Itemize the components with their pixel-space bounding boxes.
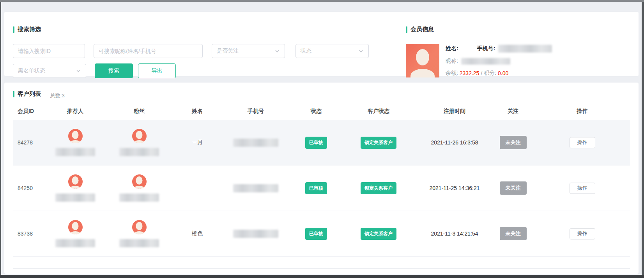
referrer-name-redacted bbox=[55, 194, 95, 202]
fan-cell bbox=[103, 129, 176, 156]
member-balance-label: 余额: bbox=[446, 70, 458, 77]
fan-avatar-icon bbox=[132, 174, 147, 189]
table-footer-divider bbox=[13, 268, 630, 269]
page-background: 搜索筛选 是否关注 状态 黑名单状态 bbox=[1, 2, 642, 275]
phone-cell bbox=[219, 139, 293, 147]
phone-redacted bbox=[233, 184, 278, 192]
col-name: 姓名 bbox=[176, 108, 219, 115]
customer-status-badge: 锁定关系客户 bbox=[361, 182, 396, 194]
search-button[interactable]: 搜索 bbox=[95, 63, 133, 78]
col-member-id: 会员ID bbox=[13, 108, 48, 115]
member-info-header: 会员信息 bbox=[406, 26, 631, 33]
follow-badge: 未关注 bbox=[500, 181, 527, 195]
section-accent-bar bbox=[13, 26, 14, 33]
member-nickname-redacted bbox=[461, 58, 510, 65]
export-button[interactable]: 导出 bbox=[138, 63, 176, 78]
col-phone: 手机号 bbox=[219, 108, 293, 115]
register-time: 2021-11-3 14:21:54 bbox=[431, 230, 478, 237]
register-time: 2021-11-25 14:36:21 bbox=[430, 185, 480, 191]
status-badge: 已审核 bbox=[305, 137, 327, 149]
search-id-input[interactable] bbox=[13, 44, 85, 58]
member-points-label: 积分: bbox=[484, 70, 496, 77]
customer-list-title: 客户列表 bbox=[18, 90, 41, 98]
chevron-down-icon bbox=[358, 48, 364, 54]
member-points-value: 0.00 bbox=[498, 70, 508, 76]
row-action-button[interactable]: 操作 bbox=[570, 228, 595, 239]
row-action-button[interactable]: 操作 bbox=[570, 137, 595, 148]
referrer-avatar-icon bbox=[68, 220, 83, 234]
phone-cell bbox=[219, 230, 293, 238]
fan-cell bbox=[103, 174, 176, 202]
blacklist-select-placeholder: 黑名单状态 bbox=[18, 67, 45, 74]
col-customer-status: 客户状态 bbox=[340, 108, 418, 115]
col-fan: 粉丝 bbox=[103, 108, 176, 115]
status-badge: 已审核 bbox=[305, 228, 327, 240]
section-accent-bar bbox=[13, 91, 14, 97]
referrer-name-redacted bbox=[55, 148, 95, 156]
avatar-person-icon bbox=[416, 49, 429, 65]
filter-title: 搜索筛选 bbox=[18, 26, 41, 33]
follow-select[interactable]: 是否关注 bbox=[212, 44, 285, 58]
phone-cell bbox=[219, 184, 293, 192]
col-follow: 关注 bbox=[492, 108, 534, 115]
table-row: 84278 一月 已审核 锁定关系客户 2021-11-26 16:3:58 未… bbox=[13, 120, 630, 165]
panel-divider bbox=[397, 17, 397, 72]
search-filter-section: 搜索筛选 是否关注 状态 黑名单状态 bbox=[13, 26, 381, 84]
customer-list-header: 客户列表 总数:3 bbox=[13, 90, 65, 99]
customer-name: 一月 bbox=[176, 139, 219, 146]
chevron-down-icon bbox=[76, 68, 81, 74]
member-phone-label: 手机号: bbox=[477, 45, 495, 52]
customer-status-badge: 锁定关系客户 bbox=[361, 137, 396, 149]
top-panel: 搜索筛选 是否关注 状态 黑名单状态 bbox=[4, 12, 639, 76]
keyword-search-input[interactable] bbox=[94, 44, 203, 58]
follow-select-placeholder: 是否关注 bbox=[217, 48, 239, 55]
fan-cell bbox=[103, 220, 176, 247]
chevron-down-icon bbox=[274, 48, 280, 54]
fan-name-redacted bbox=[119, 194, 159, 202]
status-badge: 已审核 bbox=[305, 182, 327, 194]
table-row: 84250 已审核 锁定关系客户 2021-11-25 14:36:21 未关注… bbox=[13, 165, 630, 211]
referrer-cell bbox=[48, 220, 103, 247]
table-header-row: 会员ID 推荐人 粉丝 姓名 手机号 状态 客户状态 注册时间 关注 操作 bbox=[13, 103, 630, 120]
status-select[interactable]: 状态 bbox=[295, 44, 369, 58]
table-row: 83738 橙色 已审核 锁定关系客户 2021-11-3 14:21:54 未… bbox=[13, 211, 630, 257]
follow-badge: 未关注 bbox=[500, 227, 527, 240]
status-select-placeholder: 状态 bbox=[301, 48, 311, 55]
phone-redacted bbox=[233, 230, 278, 238]
col-action: 操作 bbox=[534, 108, 630, 115]
member-avatar bbox=[406, 44, 439, 77]
col-status: 状态 bbox=[293, 108, 340, 115]
col-referrer: 推荐人 bbox=[48, 108, 103, 115]
member-phone-redacted bbox=[498, 45, 552, 53]
total-count: 总数:3 bbox=[50, 92, 65, 99]
member-info-section: 会员信息 姓名: 手机号: 昵称: bbox=[406, 26, 631, 82]
member-id: 84250 bbox=[13, 185, 48, 191]
filter-section-header: 搜索筛选 bbox=[13, 26, 381, 33]
fan-name-redacted bbox=[119, 239, 159, 247]
member-nickname-label: 昵称: bbox=[446, 58, 458, 65]
referrer-name-redacted bbox=[55, 239, 95, 247]
row-action-button[interactable]: 操作 bbox=[570, 183, 595, 194]
customer-status-badge: 锁定关系客户 bbox=[361, 228, 396, 240]
fan-avatar-icon bbox=[132, 129, 147, 143]
member-balance-value: 2332.25 bbox=[460, 70, 479, 76]
customer-list-panel: 客户列表 总数:3 会员ID 推荐人 粉丝 姓名 手机号 状态 客户状态 注册时… bbox=[4, 83, 639, 274]
window-frame-bottom bbox=[0, 275, 644, 278]
customer-name: 橙色 bbox=[176, 230, 219, 237]
section-accent-bar bbox=[406, 26, 407, 33]
member-info-title: 会员信息 bbox=[410, 26, 434, 33]
member-id: 84278 bbox=[13, 139, 48, 146]
member-id: 83738 bbox=[13, 230, 48, 237]
fan-avatar-icon bbox=[132, 220, 147, 234]
fan-name-redacted bbox=[119, 148, 159, 156]
blacklist-status-select[interactable]: 黑名单状态 bbox=[13, 64, 86, 78]
member-name-label: 姓名: bbox=[446, 45, 458, 52]
referrer-cell bbox=[48, 129, 103, 156]
follow-badge: 未关注 bbox=[500, 136, 527, 149]
register-time: 2021-11-26 16:3:58 bbox=[431, 139, 478, 146]
col-register-time: 注册时间 bbox=[418, 108, 492, 115]
phone-redacted bbox=[233, 139, 278, 147]
referrer-cell bbox=[48, 174, 103, 202]
referrer-avatar-icon bbox=[68, 174, 83, 189]
referrer-avatar-icon bbox=[68, 129, 83, 143]
